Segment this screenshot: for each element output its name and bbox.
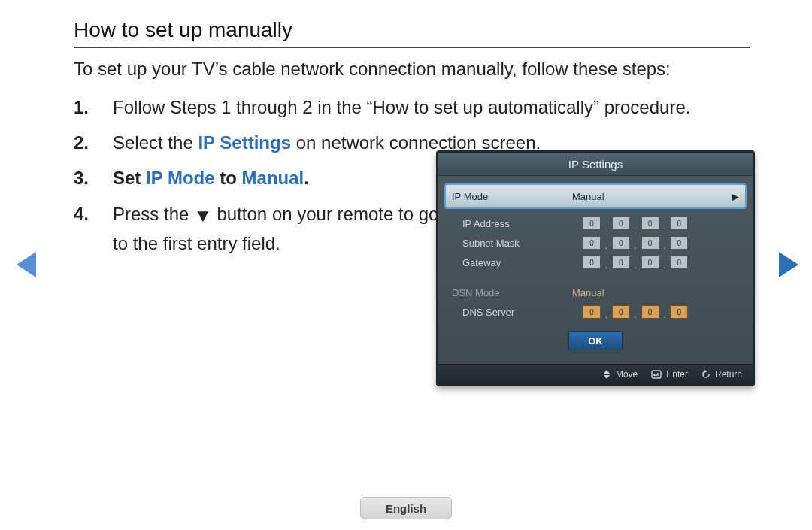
ip-octet-input[interactable]: 0: [670, 236, 688, 250]
footer-return-label: Return: [715, 369, 742, 380]
dns-server-label: DNS Server: [452, 307, 583, 318]
ip-octet-input[interactable]: 0: [612, 217, 630, 230]
ip-octet-input[interactable]: 0: [612, 256, 630, 269]
ip-octet-input[interactable]: 0: [612, 305, 630, 319]
ip-octet-input[interactable]: 0: [670, 217, 688, 230]
language-button[interactable]: English: [360, 497, 452, 519]
step-4-pre: Press the: [113, 204, 194, 224]
dns-server-value: 0. 0. 0. 0: [583, 305, 688, 319]
keyword-manual: Manual: [242, 168, 304, 188]
dot-icon: .: [635, 242, 637, 250]
keyword-ip-settings: IP Settings: [198, 132, 291, 153]
enter-icon: [651, 370, 662, 379]
return-icon: [701, 370, 710, 379]
dot-icon: .: [605, 223, 607, 231]
dot-icon: .: [664, 223, 666, 231]
ip-octet-input[interactable]: 0: [583, 236, 601, 250]
step-number: 3: [74, 164, 104, 192]
ip-octet-input[interactable]: 0: [641, 305, 659, 319]
ip-octet-input[interactable]: 0: [583, 217, 601, 230]
dsn-mode-label: DSN Mode: [452, 287, 572, 298]
ip-address-row[interactable]: IP Address 0. 0. 0. 0: [452, 214, 739, 233]
ip-settings-panel: IP Settings IP Mode Manual ▶ IP Address …: [436, 150, 755, 386]
chevron-left-icon: [17, 252, 36, 277]
svg-marker-3: [604, 375, 610, 379]
dot-icon: .: [605, 242, 607, 250]
step-1-text: Follow Steps 1 through 2 in the “How to …: [113, 97, 690, 117]
ip-mode-label: IP Mode: [452, 191, 572, 202]
footer-enter: Enter: [651, 369, 688, 380]
svg-rect-4: [652, 371, 661, 378]
ip-octet-input[interactable]: 0: [641, 236, 659, 250]
gateway-value: 0. 0. 0. 0: [583, 256, 688, 269]
dsn-mode-value: Manual: [572, 287, 739, 298]
step-3-pre: Set: [113, 168, 146, 188]
dot-icon: .: [664, 311, 666, 320]
step-3-post: .: [304, 168, 309, 188]
dot-icon: .: [635, 311, 637, 320]
step-1: 1 Follow Steps 1 through 2 in the “How t…: [74, 93, 750, 121]
step-4: 4 Press the ▼ button on your remote to g…: [74, 200, 459, 257]
ok-button[interactable]: OK: [568, 331, 623, 350]
prev-page-button[interactable]: [17, 252, 36, 277]
dot-icon: .: [605, 262, 607, 270]
step-2-pre: Select the: [113, 132, 198, 153]
chevron-right-icon: ▶: [732, 191, 739, 202]
step-number: 1: [74, 93, 104, 121]
svg-marker-2: [604, 370, 610, 374]
step-number: 2: [74, 129, 104, 156]
dns-server-row[interactable]: DNS Server 0. 0. 0. 0: [452, 302, 739, 322]
svg-marker-6: [704, 370, 707, 373]
gateway-row[interactable]: Gateway 0. 0. 0. 0: [452, 253, 739, 272]
next-page-button[interactable]: [779, 252, 798, 277]
page-title: How to set up manually: [74, 18, 750, 42]
dsn-mode-row[interactable]: DSN Mode Manual: [452, 283, 739, 302]
intro-text: To set up your TV’s cable network connec…: [74, 59, 750, 80]
title-rule: [74, 47, 750, 48]
move-icon: [602, 370, 611, 379]
chevron-right-icon: [779, 252, 798, 277]
footer-move: Move: [602, 369, 638, 380]
down-triangle-icon: ▼: [194, 201, 212, 229]
subnet-mask-value: 0. 0. 0. 0: [583, 236, 688, 250]
footer-move-label: Move: [616, 369, 638, 380]
gateway-label: Gateway: [452, 257, 583, 268]
subnet-mask-row[interactable]: Subnet Mask 0. 0. 0. 0: [452, 233, 739, 253]
step-3-mid: to: [215, 168, 242, 188]
footer-return: Return: [701, 369, 742, 380]
dot-icon: .: [635, 262, 637, 270]
dot-icon: .: [635, 223, 637, 231]
ip-octet-input[interactable]: 0: [583, 305, 601, 319]
ip-octet-input[interactable]: 0: [641, 217, 659, 230]
ip-address-label: IP Address: [452, 218, 583, 229]
ip-octet-input[interactable]: 0: [670, 305, 688, 319]
ip-mode-value: Manual: [572, 191, 732, 202]
dot-icon: .: [605, 311, 607, 320]
ip-octet-input[interactable]: 0: [612, 236, 630, 250]
ip-octet-input[interactable]: 0: [583, 256, 601, 269]
svg-marker-1: [779, 252, 798, 277]
keyword-ip-mode: IP Mode: [146, 168, 215, 188]
panel-footer: Move Enter Return: [438, 364, 753, 384]
panel-title: IP Settings: [438, 153, 753, 176]
subnet-mask-label: Subnet Mask: [452, 238, 583, 249]
footer-enter-label: Enter: [666, 369, 688, 380]
dot-icon: .: [664, 262, 666, 270]
ip-octet-input[interactable]: 0: [670, 256, 688, 269]
ip-address-value: 0. 0. 0. 0: [583, 217, 688, 230]
dot-icon: .: [664, 242, 666, 250]
ip-octet-input[interactable]: 0: [641, 256, 659, 269]
svg-marker-5: [653, 374, 656, 377]
svg-marker-0: [17, 252, 36, 277]
ip-mode-row[interactable]: IP Mode Manual ▶: [444, 183, 747, 209]
step-number: 4: [74, 200, 104, 228]
